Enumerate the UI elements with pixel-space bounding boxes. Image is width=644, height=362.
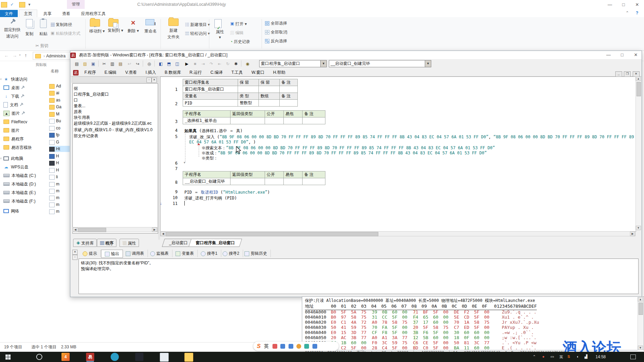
project-tree[interactable]: 据 口程序集_启动窗口 口 量表... 原表 块引用表 超级模块9.2正式版 -… xyxy=(72,83,158,234)
menu-tools[interactable]: T.工具 xyxy=(232,70,243,75)
invert-selection-button[interactable]: 反向选择 xyxy=(265,38,287,44)
code-editor[interactable]: 1 2 3 4 5 6 7 8 9 10 11 ↓ 窗口程序集名 保 留 保 留… xyxy=(160,76,636,232)
hex-vscrollbar[interactable]: ▲ ▼ xyxy=(638,297,643,350)
combo-dropdown-icon[interactable]: ▼ xyxy=(425,60,431,67)
tree-item[interactable]: 据 xyxy=(74,86,78,92)
copy-button[interactable]: 复制 xyxy=(23,19,36,37)
new-file-icon[interactable]: ▤ xyxy=(73,60,81,68)
dock-header[interactable]: ▫ ✕ xyxy=(72,76,158,83)
tree-item[interactable]: 超级模块9.2正式版 - 超级模块9.2正式版.ec xyxy=(74,121,152,126)
sidebar-item-documents[interactable]: 文档 xyxy=(0,101,48,108)
history-button[interactable]: ◔ 历史记录 xyxy=(230,39,250,45)
tray-ime-lang[interactable]: 英 xyxy=(559,354,563,360)
sidebar-item-wps-cloud[interactable]: ☁WPS云盘 xyxy=(0,163,48,170)
taskbar-app-elang[interactable]: 易 xyxy=(86,353,94,361)
menu-insert[interactable]: I.插入 xyxy=(145,70,156,75)
combo-dropdown-icon[interactable]: ▼ xyxy=(320,60,326,67)
sidebar-item-yi-programs[interactable]: 易程序 xyxy=(0,135,48,142)
file-row[interactable]: li xyxy=(49,174,70,180)
hex-row[interactable]: 0040A05020 AC 3B 77A0 A1 3A 7712 5B 60 0… xyxy=(305,335,536,340)
editor-vscrollbar[interactable]: ▲ ▼ xyxy=(635,76,641,231)
tree-item[interactable]: 原表 xyxy=(74,109,82,115)
output-tab-clip-history[interactable]: 剪辑历史 xyxy=(241,250,271,257)
sogou-logo-icon[interactable]: S xyxy=(257,343,261,349)
file-row[interactable]: Ad xyxy=(49,83,70,89)
hex-row[interactable]: 0040A07045 C2 5F 0028 C4 5F 00BD C0 5F 0… xyxy=(305,345,536,350)
tab-share[interactable]: 共享 xyxy=(39,10,56,17)
menu-run[interactable]: R.运行 xyxy=(190,70,202,75)
file-row[interactable]: m xyxy=(49,201,70,208)
ime-emoji-icon[interactable] xyxy=(296,344,301,349)
qat-dropdown-icon[interactable]: ▾ xyxy=(28,2,34,7)
taskbar-app-teal[interactable] xyxy=(111,353,119,361)
up-icon[interactable]: ↑ xyxy=(25,53,27,58)
editor-tab-assembly[interactable]: 窗口程序集_启动窗口 xyxy=(188,239,242,247)
code-line-5[interactable]: 求破_改_深入 (“8B 9F 08 06 00 00 8D BD 70 FF … xyxy=(189,134,636,140)
sidebar-item-pictures[interactable]: ▴图片 xyxy=(0,109,48,117)
sidebar-item-pictures-folder[interactable]: 图片 xyxy=(0,126,48,134)
rename-button[interactable]: I 重命名 xyxy=(141,19,160,34)
select-all-button[interactable]: 全部选择 xyxy=(265,20,287,26)
start-button[interactable] xyxy=(5,354,11,360)
pause-hand-icon[interactable]: ✱ xyxy=(232,60,240,68)
tree-item[interactable]: 求破_内存_模块V1.0 - 求破_内存_模块V1.0 xyxy=(74,127,153,133)
file-row[interactable]: H xyxy=(49,167,70,173)
new-item-button[interactable]: ▥ 新建项目 ▾ xyxy=(185,22,210,28)
subroutine-table-1[interactable]: 子程序名 返回值类型 公开 易包 备 注 _选择框1_被单击 xyxy=(183,110,325,124)
ide-minimize-button[interactable]: — xyxy=(602,51,615,59)
tree-item[interactable]: 部文件记录表 xyxy=(74,133,98,139)
explorer-close-button[interactable]: ✕ xyxy=(630,0,644,10)
tree-hscrollbar[interactable]: ◀▶ xyxy=(72,227,157,232)
file-row[interactable]: M xyxy=(49,111,70,117)
sidebar-item-disk-f[interactable]: 本地磁盘 (F:) xyxy=(0,197,48,205)
save-icon[interactable]: ▣ xyxy=(89,60,97,68)
tray-volume-icon[interactable]: ◖ xyxy=(576,354,579,359)
sidebar-item-quick-access[interactable]: ˅★快速访问 xyxy=(0,75,48,83)
explorer-maximize-button[interactable]: □ xyxy=(617,0,630,10)
ime-mic-icon[interactable] xyxy=(280,344,285,349)
dock-close-icon[interactable]: ✕ xyxy=(152,78,157,83)
qat-folder-icon[interactable] xyxy=(19,2,25,8)
menu-program[interactable]: F.程序 xyxy=(84,70,96,75)
file-row[interactable]: m xyxy=(49,208,70,214)
search-icon[interactable] xyxy=(36,354,42,360)
ime-toolbar[interactable]: S 英 xyxy=(253,342,339,351)
menu-database[interactable]: B.数据库 xyxy=(165,70,181,75)
delete-button[interactable]: × 删除 ▾ xyxy=(126,19,141,34)
edit-button[interactable]: ▨ 编辑 xyxy=(230,30,243,36)
new-folder-button[interactable]: 新建文件夹 xyxy=(164,18,183,40)
tab-file[interactable]: 文件 xyxy=(0,10,18,17)
file-row[interactable]: G xyxy=(49,139,70,145)
ime-toolbox-icon[interactable] xyxy=(312,344,317,349)
sidebar-item-this-pc[interactable]: ˅此电脑 xyxy=(0,154,48,162)
ide-close-button[interactable]: ✕ xyxy=(629,51,643,59)
class-combo[interactable]: 窗口程序集_启动窗口▼ xyxy=(259,60,327,67)
output-tab-search1[interactable]: 搜寻1 xyxy=(197,250,221,257)
explorer-minimize-button[interactable]: — xyxy=(603,0,617,10)
layout-bottom-icon[interactable]: ⬒ xyxy=(165,60,173,68)
taskbar-app-game[interactable]: 4 xyxy=(61,353,70,361)
hex-row[interactable]: 0040A06094 1B 60 00F0 3C 59 75C6 CE 5F 0… xyxy=(305,340,536,345)
find-in-files-icon[interactable]: ◉ xyxy=(244,60,251,68)
tray-network-icon[interactable]: ▟ xyxy=(585,354,587,359)
cut-icon[interactable]: ✂ xyxy=(100,60,108,68)
pin-quick-access-button[interactable]: 固定到快速访问 xyxy=(3,18,22,39)
code-line-10[interactable]: 求破_进程_打开句柄 (PID) xyxy=(184,195,237,201)
file-row[interactable]: H xyxy=(49,153,70,159)
tab-home[interactable]: 主页 xyxy=(19,10,37,17)
sidebar-item-disk-e[interactable]: 本地磁盘 (E:) xyxy=(0,189,48,196)
file-row[interactable]: Ga xyxy=(49,104,70,110)
sidebar-item-disk-d[interactable]: 本地磁盘 (D:) xyxy=(0,180,48,187)
hex-row[interactable]: 0040A020E0 C1 4A 72A0 78 58 7537 17 60 0… xyxy=(305,320,539,325)
tree-item[interactable]: 口 xyxy=(74,97,78,103)
file-row[interactable]: as xyxy=(49,97,70,103)
sidebar-item-downloads[interactable]: ↓下载 xyxy=(0,92,48,100)
ide-maximize-button[interactable]: □ xyxy=(615,51,629,59)
open-file-icon[interactable]: ▨ xyxy=(81,60,89,68)
file-row[interactable]: fp xyxy=(49,132,70,138)
select-none-button[interactable]: 全部取消 xyxy=(265,29,287,35)
output-close-icon[interactable]: ✕ xyxy=(72,250,78,255)
output-restore-icon[interactable]: ▫ xyxy=(72,255,78,260)
sidebar-item-network[interactable]: 网络 xyxy=(0,207,48,214)
paste-icon[interactable]: ▤ xyxy=(117,60,124,68)
